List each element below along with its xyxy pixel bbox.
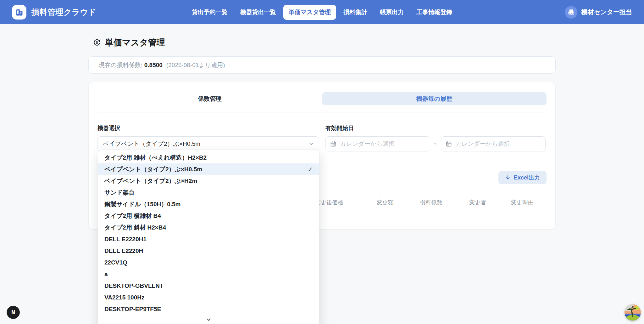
dropdown-option-label: ベイプベント（タイプ2）ぶ×H0.5m — [104, 165, 202, 173]
page-title: 単価マスタ管理 — [105, 37, 165, 48]
nav-item-report-output[interactable]: 帳票出力 — [375, 5, 409, 20]
nextjs-dev-badge[interactable]: N — [7, 306, 20, 319]
excel-export-label: Excel出力 — [514, 174, 540, 181]
main-nav: 貸出予約一覧 機器貸出一覧 単価マスタ管理 損料集計 帳票出力 工事情報登録 — [186, 5, 458, 20]
col-change-reason: 変更理由 — [511, 199, 534, 206]
dropdown-option[interactable]: DESKTOP-EP9TF5E — [98, 303, 319, 315]
download-icon — [505, 175, 511, 180]
avatar: 機 — [565, 6, 577, 19]
filter-row: 機器選択 ベイプベント（タイプ2）ぶ×H0.5m 有効開始日 — [97, 124, 547, 151]
nav-item-equipment-lending[interactable]: 機器貸出一覧 — [235, 5, 281, 20]
nav-item-unit-price-master[interactable]: 単価マスタ管理 — [283, 5, 336, 20]
svg-text:$: $ — [96, 41, 98, 44]
brand[interactable]: 損料管理クラウド — [12, 5, 96, 20]
date-from-field[interactable] — [325, 136, 430, 151]
coefficient-suffix: (2025-08-01より適用) — [166, 61, 225, 69]
dropdown-option[interactable]: 22CV1Q — [98, 257, 319, 268]
app-title: 損料管理クラウド — [31, 7, 96, 17]
device-select[interactable]: ベイプベント（タイプ2）ぶ×H0.5m — [97, 136, 319, 151]
tabs-divider — [97, 112, 547, 112]
range-separator: ~ — [430, 140, 441, 148]
chevron-down-icon — [206, 317, 212, 322]
device-select-dropdown: タイプ2用 雑材（ぺえれ構造）H2×B2 ベイプベント（タイプ2）ぶ×H0.5m… — [98, 150, 319, 324]
date-to-input[interactable] — [455, 140, 541, 147]
dropdown-option[interactable]: サンド架台 — [98, 187, 319, 198]
app-logo-icon — [12, 5, 26, 20]
nav-item-rental-reservations[interactable]: 貸出予約一覧 — [186, 5, 233, 20]
dropdown-option[interactable]: DELL E2220H — [98, 245, 319, 257]
dropdown-option[interactable]: a — [98, 268, 319, 280]
check-icon: ✓ — [308, 166, 313, 173]
dropdown-option[interactable]: 鋼製サイドル（150H）0.5m — [98, 198, 319, 210]
device-select-value: ベイプベント（タイプ2）ぶ×H0.5m — [103, 140, 309, 148]
date-from-input[interactable] — [340, 140, 425, 147]
date-to-field[interactable] — [441, 136, 546, 151]
dropdown-option[interactable]: タイプ2用 雑材（ぺえれ構造）H2×B2 — [98, 152, 319, 163]
dropdown-option[interactable]: DELL E2220H1 — [98, 233, 319, 245]
calendar-icon — [330, 141, 336, 147]
coefficient-value: 0.8500 — [144, 62, 163, 69]
date-range-inputs: ~ — [325, 136, 547, 151]
dropdown-scroll-more[interactable] — [98, 315, 319, 324]
dropdown-option[interactable]: DESKTOP-GBVLLNT — [98, 280, 319, 292]
calendar-icon — [446, 141, 452, 147]
palm-island-extension-badge[interactable] — [625, 304, 641, 321]
current-coefficient-bar: 現在の損料係数: 0.8500 (2025-08-01より適用) — [88, 56, 556, 74]
device-select-group: 機器選択 ベイプベント（タイプ2）ぶ×H0.5m — [97, 124, 319, 151]
user-menu[interactable]: 機 機材センター担当 — [565, 6, 632, 19]
dropdown-option[interactable]: タイプ2用 斜材 H2×B4 — [98, 222, 319, 233]
dropdown-option-selected[interactable]: ベイプベント（タイプ2）ぶ×H0.5m ✓ — [98, 163, 319, 175]
nav-item-construction-info[interactable]: 工事情報登録 — [411, 5, 458, 20]
chevron-down-icon — [309, 141, 314, 146]
user-name: 機材センター担当 — [581, 8, 632, 16]
start-date-label: 有効開始日 — [325, 124, 547, 132]
date-range-group: 有効開始日 ~ — [325, 124, 547, 151]
col-change-amount: 変更額 — [377, 199, 394, 206]
device-select-label: 機器選択 — [97, 124, 319, 132]
tab-coefficient-management[interactable]: 係数管理 — [97, 92, 322, 105]
top-navbar: 損料管理クラウド 貸出予約一覧 機器貸出一覧 単価マスタ管理 損料集計 帳票出力… — [0, 0, 644, 24]
nav-item-fee-summary[interactable]: 損料集計 — [338, 5, 373, 20]
excel-export-button[interactable]: Excel出力 — [498, 171, 547, 184]
dropdown-option[interactable]: タイプ2用 横雑材 B4 — [98, 210, 319, 222]
col-changed-by: 変更者 — [469, 199, 486, 206]
dollar-refresh-icon: $ — [92, 38, 101, 47]
tab-bar: 係数管理 機器毎の履歴 — [97, 92, 547, 105]
page-title-row: $ 単価マスタ管理 — [88, 37, 556, 48]
dropdown-option[interactable]: ベイプベント（タイプ2）ぶ×H2m — [98, 175, 319, 187]
col-fee-coefficient: 損料係数 — [420, 199, 442, 206]
tab-device-history[interactable]: 機器毎の履歴 — [322, 92, 547, 105]
dropdown-option[interactable]: VA2215 100Hz — [98, 292, 319, 303]
coefficient-prefix: 現在の損料係数: — [99, 61, 142, 69]
